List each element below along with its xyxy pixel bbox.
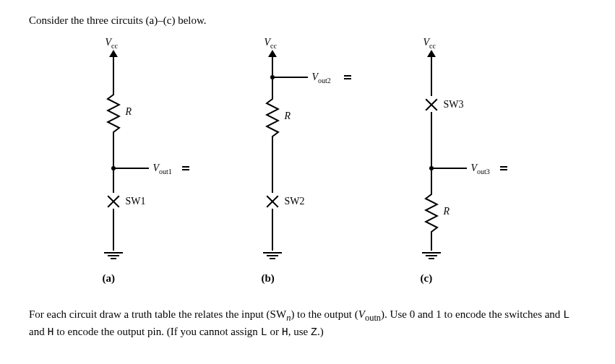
vout-label-c: Vout3	[471, 162, 490, 176]
ground-icon	[422, 251, 441, 261]
r-label-b: R	[285, 110, 291, 122]
vcc-label-b: Vcc	[265, 37, 277, 50]
caption-a: (a)	[103, 272, 116, 285]
resistor-a	[106, 90, 121, 136]
ground-icon	[263, 251, 282, 261]
wire	[431, 56, 432, 96]
caption-c: (c)	[421, 272, 433, 285]
wire	[113, 168, 114, 193]
circuit-a: Vcc R Vout1 SW1 (a)	[69, 35, 228, 295]
circuits-figure: Vcc R Vout1 SW1 (a) Vcc Vout2	[29, 35, 586, 295]
r-label-c: R	[444, 206, 450, 217]
resistor-b	[265, 95, 280, 141]
wire	[431, 168, 432, 190]
wire	[113, 209, 114, 251]
wire	[272, 77, 273, 95]
sw-label-c: SW3	[444, 99, 464, 110]
wire	[432, 168, 467, 169]
terminal-icon	[500, 165, 510, 172]
ground-icon	[104, 251, 123, 261]
vout-label-b: Vout2	[312, 72, 331, 84]
circuit-b: Vcc Vout2 R SW2 (b)	[228, 35, 387, 295]
wire	[431, 236, 432, 251]
wire	[272, 209, 273, 251]
wire	[114, 168, 149, 169]
wire	[273, 77, 308, 78]
terminal-icon	[344, 74, 354, 81]
switch-a-icon	[106, 193, 121, 209]
sw-label-b: SW2	[285, 196, 305, 207]
wire	[113, 56, 114, 90]
switch-c-icon	[423, 96, 439, 112]
wire	[272, 141, 273, 193]
sw-label-a: SW1	[126, 196, 146, 207]
wire	[431, 112, 432, 168]
switch-b-icon	[265, 193, 280, 209]
terminal-icon	[182, 165, 192, 172]
vcc-label-c: Vcc	[423, 37, 436, 50]
question-text: For each circuit draw a truth table the …	[29, 307, 586, 340]
resistor-c	[424, 190, 439, 236]
intro-text: Consider the three circuits (a)–(c) belo…	[29, 14, 586, 27]
vout-label-a: Vout1	[153, 162, 172, 176]
r-label-a: R	[126, 106, 132, 118]
vcc-label-a: Vcc	[106, 37, 118, 50]
wire	[272, 56, 273, 77]
wire	[113, 136, 114, 168]
circuit-c: Vcc SW3 Vout3 R (c)	[387, 35, 546, 295]
caption-b: (b)	[262, 272, 275, 285]
